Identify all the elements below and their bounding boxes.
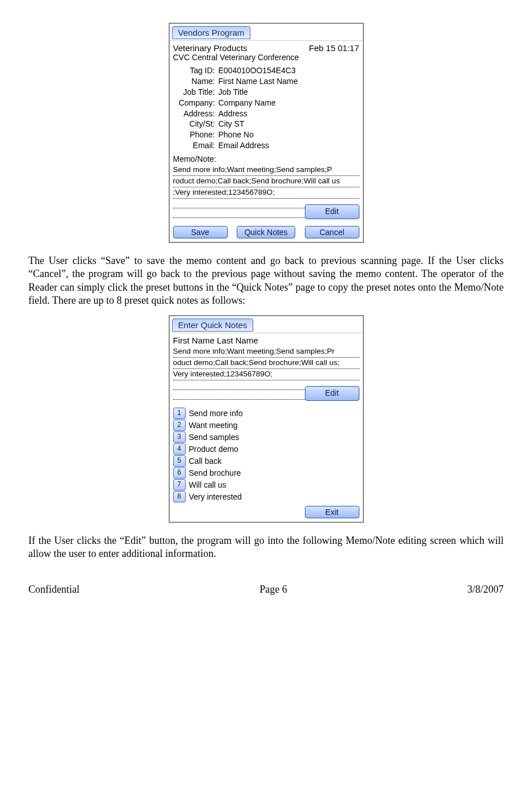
value-jobtitle: Job Title xyxy=(219,87,359,98)
name-line: First Name Last Name xyxy=(173,336,359,345)
value-cityst: City ST xyxy=(219,119,359,129)
memo-line: oduct demo;Call back;Send brochure;Will … xyxy=(173,358,359,369)
memo-line: Very interested;123456789O; xyxy=(173,369,359,380)
quick-note-4-label: Product demo xyxy=(189,445,238,454)
quick-note-3-label: Send samples xyxy=(189,433,240,442)
quick-note-2-label: Want meeting xyxy=(189,421,238,430)
quick-notes-list: 1Send more info 2Want meeting 3Send samp… xyxy=(173,408,359,502)
pda-body: Veterinary Products Feb 15 01:17 CVC Cen… xyxy=(170,41,363,242)
tab-vendors-program[interactable]: Vendors Program xyxy=(172,26,251,39)
cancel-button[interactable]: Cancel xyxy=(305,226,359,238)
edit-button[interactable]: Edit xyxy=(305,204,359,219)
quick-note-5-label: Call back xyxy=(189,456,222,466)
titlebar: Enter Quick Notes xyxy=(170,316,363,333)
quick-note-8-label: Very interested xyxy=(189,492,242,501)
memo-line: Send more info;Want meeting;Send samples… xyxy=(173,346,359,358)
label-jobtitle: Job Title: xyxy=(173,87,219,98)
footer-right: 3/8/2007 xyxy=(467,584,504,596)
value-phone: Phone No xyxy=(219,129,359,140)
label-phone: Phone: xyxy=(173,129,219,140)
value-tagid: E004010OO154E4C3 xyxy=(219,65,359,76)
vendors-program-window: Vendors Program Veterinary Products Feb … xyxy=(169,23,364,243)
label-name: Name: xyxy=(173,76,219,87)
value-address: Address xyxy=(219,108,359,119)
quick-note-7-label: Will call us xyxy=(189,480,227,489)
footer-left: Confidential xyxy=(28,584,79,596)
memo-line: roduct demo;Call back;Send brochure;Will… xyxy=(173,176,359,187)
paragraph-1: The User clicks “Save” to save the memo … xyxy=(28,254,504,308)
footer-center: Page 6 xyxy=(259,584,287,596)
quick-note-6-label: Send brochure xyxy=(189,468,241,477)
quick-note-1-label: Send more info xyxy=(189,409,243,418)
tab-enter-quick-notes[interactable]: Enter Quick Notes xyxy=(172,318,254,332)
header-product: Veterinary Products xyxy=(173,43,248,53)
label-company: Company: xyxy=(173,98,219,108)
quick-notes-window: Enter Quick Notes First Name Last Name S… xyxy=(169,315,364,523)
quick-note-1-button[interactable]: 1 xyxy=(173,408,186,419)
quick-note-8-button[interactable]: 8 xyxy=(173,491,186,502)
memo-label: Memo/Note: xyxy=(173,154,359,164)
pda-body: First Name Last Name Send more info;Want… xyxy=(170,333,363,522)
value-email: Email Address xyxy=(219,140,359,151)
page-footer: Confidential Page 6 3/8/2007 xyxy=(28,584,504,596)
value-company: Company Name xyxy=(219,98,359,108)
save-button[interactable]: Save xyxy=(173,226,228,238)
quick-note-4-button[interactable]: 4 xyxy=(173,443,186,455)
quick-notes-button[interactable]: Quick Notes xyxy=(237,226,295,238)
header-conference: CVC Central Veterinary Conference xyxy=(173,53,359,62)
quick-note-2-button[interactable]: 2 xyxy=(173,420,186,431)
value-name: First Name Last Name xyxy=(219,76,359,87)
quick-note-7-button[interactable]: 7 xyxy=(173,479,186,491)
exit-button[interactable]: Exit xyxy=(305,506,359,518)
label-cityst: City/St: xyxy=(173,119,219,129)
label-address: Address: xyxy=(173,108,219,119)
label-email: Email: xyxy=(173,140,219,151)
memo-area[interactable]: Send more info;Want meeting;Send samples… xyxy=(173,346,359,400)
memo-line: ;Very interested;123456789O; xyxy=(173,187,359,199)
quick-note-3-button[interactable]: 3 xyxy=(173,431,186,443)
quick-note-5-button[interactable]: 5 xyxy=(173,455,186,467)
paragraph-2: If the User clicks the “Edit” button, th… xyxy=(28,534,504,561)
memo-area[interactable]: Send more info;Want meeting;Send samples… xyxy=(173,165,359,218)
quick-note-6-button[interactable]: 6 xyxy=(173,467,186,479)
titlebar: Vendors Program xyxy=(170,24,363,41)
memo-line: Send more info;Want meeting;Send samples… xyxy=(173,165,359,176)
header-datetime: Feb 15 01:17 xyxy=(309,43,359,53)
edit-button[interactable]: Edit xyxy=(305,386,359,401)
label-tagid: Tag ID: xyxy=(173,65,219,76)
